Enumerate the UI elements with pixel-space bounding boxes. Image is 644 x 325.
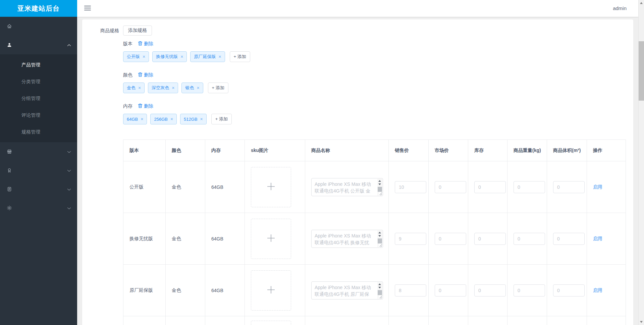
table-header-cell: 商品名称	[305, 140, 389, 161]
textarea-resize-grip-icon[interactable]	[379, 295, 382, 299]
scrollbar-down-arrow-icon[interactable]	[640, 321, 643, 323]
spec-tag-label: 金色	[127, 85, 136, 91]
spec-group: 颜色删除金色×深空灰色×银色×+ 添加	[123, 72, 250, 93]
scrollbar-thumb[interactable]	[639, 41, 644, 101]
user-menu[interactable]: admin	[613, 0, 627, 17]
spec-delete-link[interactable]: 删除	[138, 103, 153, 109]
form-label-spec: 商品规格	[82, 25, 119, 36]
sidebar-item-system[interactable]	[0, 199, 77, 217]
sidebar-subitem-product-list[interactable]: 产品管理	[0, 56, 77, 73]
scroll-down-icon[interactable]	[378, 235, 381, 237]
scroll-up-icon[interactable]	[378, 283, 381, 285]
textarea-scroll-thumb[interactable]	[378, 290, 382, 295]
volume-input[interactable]: 0	[553, 233, 585, 245]
stock-input[interactable]: 0	[474, 181, 506, 193]
weight-input[interactable]: 0	[514, 284, 545, 296]
scroll-down-icon[interactable]	[378, 183, 381, 185]
product-name-textarea[interactable]: Apple iPhone XS Max 移动联通电信4G手机 换修无忧	[311, 230, 383, 248]
app-logo-title: 亚米建站后台	[0, 0, 77, 17]
tag-close-icon[interactable]: ×	[138, 86, 141, 90]
spec-name: 颜色	[123, 72, 132, 78]
weight-input[interactable]: 0	[514, 233, 545, 245]
market-price-input[interactable]: 0	[435, 284, 466, 296]
tag-close-icon[interactable]: ×	[172, 86, 174, 90]
table-header-cell: 商品体积(m³)	[547, 140, 587, 161]
table-header-cell: sku图片	[245, 140, 305, 161]
scroll-up-icon[interactable]	[378, 180, 381, 182]
table-header-cell: 销售价	[389, 140, 429, 161]
cell-version: 公开版	[123, 161, 166, 213]
tag-close-icon[interactable]: ×	[143, 54, 145, 59]
spec-tag-label: 64GB	[127, 117, 138, 122]
product-name-textarea[interactable]: Apple iPhone XS Max 移动联通电信4G手机 原厂延保	[311, 281, 383, 300]
product-name-textarea[interactable]: Apple iPhone XS Max 移动联通电信4G手机 公开版 金	[311, 178, 383, 196]
sku-image-upload[interactable]	[251, 321, 291, 325]
sidebar-menu: 产品管理分类管理分组管理评论管理规格管理	[0, 17, 77, 217]
textarea-scroll-thumb[interactable]	[378, 238, 382, 243]
sidebar-subitem-comment[interactable]: 评论管理	[0, 107, 77, 123]
chevron-down-icon	[67, 186, 71, 192]
market-price-input[interactable]: 0	[435, 181, 466, 193]
cell-memory: 64GB	[205, 161, 245, 213]
plus-icon	[266, 285, 276, 296]
spec-tag: 银色×	[181, 83, 203, 93]
gear-icon	[7, 205, 12, 211]
volume-input[interactable]: 0	[553, 284, 585, 296]
page-scrollbar[interactable]	[638, 0, 644, 325]
stock-input[interactable]: 0	[474, 233, 506, 245]
tag-close-icon[interactable]: ×	[141, 117, 143, 121]
spec-tag: 64GB×	[123, 114, 147, 124]
sidebar-subitem-group[interactable]: 分组管理	[0, 90, 77, 107]
market-price-input[interactable]: 0	[435, 233, 466, 245]
tag-close-icon[interactable]: ×	[218, 54, 221, 59]
sidebar-item-member[interactable]	[0, 161, 77, 180]
table-header-cell: 库存	[468, 140, 507, 161]
enable-link[interactable]: 启用	[593, 236, 602, 241]
chevron-down-icon	[67, 168, 71, 173]
trash-icon	[138, 103, 144, 109]
sale-price-input[interactable]: 8	[395, 284, 426, 296]
spec-delete-link[interactable]: 删除	[138, 41, 153, 47]
enable-link[interactable]: 启用	[593, 184, 602, 189]
sale-price-input[interactable]: 10	[395, 181, 426, 193]
hamburger-menu-icon[interactable]	[84, 6, 91, 11]
tag-close-icon[interactable]: ×	[197, 86, 199, 90]
enable-link[interactable]: 启用	[593, 287, 602, 293]
scroll-down-icon[interactable]	[378, 287, 381, 288]
sku-image-upload[interactable]	[251, 219, 291, 259]
add-tag-button[interactable]: + 添加	[230, 51, 250, 62]
scroll-up-icon[interactable]	[378, 232, 381, 233]
spec-tag: 512GB×	[180, 114, 207, 124]
add-tag-button[interactable]: + 添加	[211, 114, 232, 124]
scrollbar-up-arrow-icon[interactable]	[640, 2, 643, 4]
cell-color: 金色	[166, 213, 205, 265]
textarea-scroll-thumb[interactable]	[378, 187, 382, 192]
cell-version: 换修无忧版	[123, 213, 166, 265]
textarea-resize-grip-icon[interactable]	[379, 192, 382, 196]
add-tag-button[interactable]: + 添加	[208, 83, 228, 93]
stock-input[interactable]: 0	[474, 284, 506, 296]
add-spec-button[interactable]: 添加规格	[123, 25, 152, 36]
sidebar-item-store[interactable]	[0, 142, 77, 161]
sidebar-subitem-spec[interactable]: 规格管理	[0, 123, 77, 140]
table-header-cell: 商品重量(kg)	[507, 140, 547, 161]
sku-table-row-partial	[123, 316, 626, 325]
spec-tag-label: 512GB	[184, 117, 197, 122]
sku-image-upload[interactable]	[251, 167, 291, 207]
tag-close-icon[interactable]: ×	[200, 117, 203, 121]
tag-close-icon[interactable]: ×	[170, 117, 173, 121]
spec-delete-link[interactable]: 删除	[138, 72, 153, 78]
sku-image-upload[interactable]	[251, 270, 291, 311]
trash-icon	[138, 41, 144, 47]
volume-input[interactable]: 0	[553, 181, 585, 193]
textarea-resize-grip-icon[interactable]	[379, 243, 382, 247]
sidebar-item-order[interactable]	[0, 180, 77, 199]
sku-table-row: 换修无忧版金色64GBApple iPhone XS Max 移动联通电信4G手…	[123, 213, 626, 265]
weight-input[interactable]: 0	[514, 181, 545, 193]
tag-close-icon[interactable]: ×	[180, 54, 183, 59]
sidebar-subitem-category[interactable]: 分类管理	[0, 73, 77, 90]
sale-price-input[interactable]: 9	[395, 233, 426, 245]
sidebar-item-home[interactable]	[0, 17, 77, 36]
sidebar-item-product[interactable]	[0, 36, 77, 54]
sku-table-row: 公开版金色64GBApple iPhone XS Max 移动联通电信4G手机 …	[123, 161, 626, 213]
